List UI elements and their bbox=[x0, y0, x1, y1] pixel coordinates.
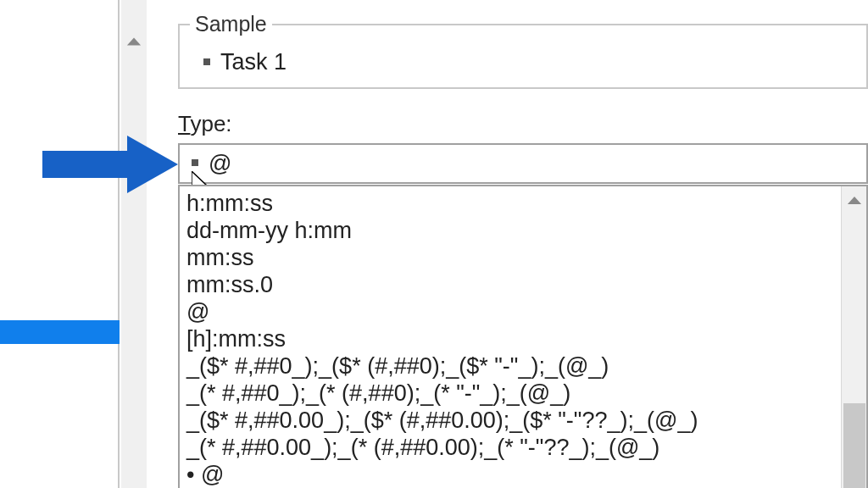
sample-text: Task 1 bbox=[220, 49, 287, 75]
type-input[interactable]: @ bbox=[178, 143, 868, 184]
list-item[interactable]: h:mm:ss bbox=[186, 190, 834, 217]
scroll-thumb[interactable] bbox=[843, 403, 865, 488]
category-panel bbox=[0, 0, 120, 488]
svg-marker-0 bbox=[127, 38, 141, 46]
list-item[interactable]: _($* #,##0_);_($* (#,##0);_($* "-"_);_(@… bbox=[186, 352, 834, 380]
format-settings-area: Sample Task 1 Type: @ h:mm:ss dd-mm-yy h… bbox=[178, 0, 868, 488]
sample-groupbox: Sample Task 1 bbox=[178, 24, 868, 89]
listbox-scrollbar[interactable] bbox=[841, 186, 866, 488]
scroll-up-icon[interactable] bbox=[125, 32, 143, 51]
format-type-listbox[interactable]: h:mm:ss dd-mm-yy h:mm mm:ss mm:ss.0 @ [h… bbox=[178, 185, 868, 488]
category-selected-highlight[interactable] bbox=[0, 320, 120, 344]
list-item[interactable]: dd-mm-yy h:mm bbox=[186, 217, 834, 244]
list-item[interactable]: mm:ss.0 bbox=[186, 271, 834, 298]
list-item[interactable]: @ bbox=[186, 298, 834, 325]
type-label-rest: ype: bbox=[190, 111, 231, 136]
category-scrollbar[interactable] bbox=[121, 0, 147, 488]
list-item[interactable]: _(* #,##0.00_);_(* (#,##0.00);_(* "-"??_… bbox=[186, 434, 834, 461]
sample-label: Sample bbox=[190, 12, 272, 36]
bullet-icon bbox=[203, 58, 210, 65]
type-label: Type: bbox=[178, 111, 232, 137]
type-label-accel: T bbox=[178, 111, 190, 136]
list-item[interactable]: mm:ss bbox=[186, 244, 834, 271]
list-item[interactable]: _(* #,##0_);_(* (#,##0);_(* "-"_);_(@_) bbox=[186, 380, 834, 407]
type-input-value-text: @ bbox=[209, 151, 231, 176]
bullet-icon bbox=[192, 159, 198, 166]
list-item[interactable]: _($* #,##0.00_);_($* (#,##0.00);_($* "-"… bbox=[186, 407, 834, 434]
scroll-up-icon[interactable] bbox=[846, 191, 863, 208]
list-item[interactable]: • @ bbox=[186, 461, 834, 488]
list-item[interactable]: [h]:mm:ss bbox=[186, 325, 834, 352]
sample-preview-value: Task 1 bbox=[203, 49, 856, 75]
svg-marker-3 bbox=[848, 197, 861, 204]
type-input-text: @ bbox=[192, 151, 231, 177]
format-type-list-viewport: h:mm:ss dd-mm-yy h:mm mm:ss mm:ss.0 @ [h… bbox=[180, 186, 841, 488]
